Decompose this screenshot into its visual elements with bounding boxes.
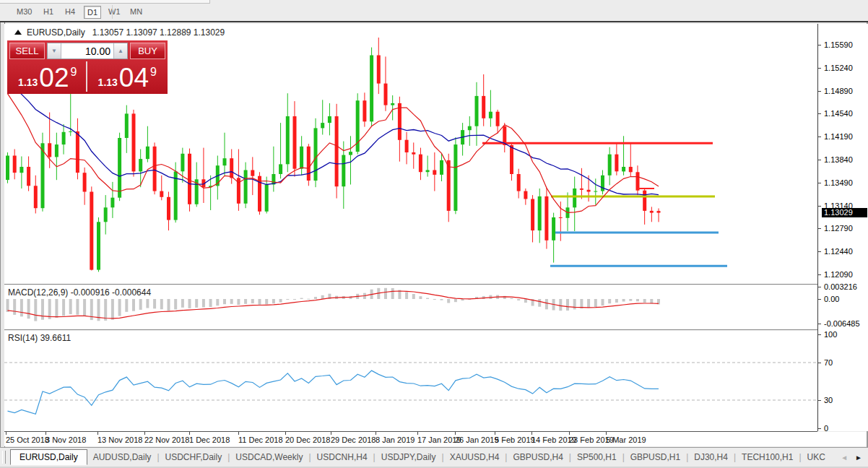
date-tick <box>531 432 532 435</box>
tabs-holder: EURUSD,DailyAUDUSD,Daily|USDCHF,Daily|US… <box>10 449 831 465</box>
chart-tab-usdcad-weekly[interactable]: USDCAD,Weekly <box>230 450 308 464</box>
date-tick <box>189 432 190 435</box>
date-tick-label: 8 Jan 2019 <box>376 436 415 444</box>
sell-price-sup: 9 <box>71 66 77 78</box>
buy-price-display[interactable]: 1.13 04 9 <box>90 61 166 92</box>
date-tick-label: 22 Nov 2018 <box>144 436 189 444</box>
chart-tab-dj30-h4[interactable]: DJ30,H4 <box>688 450 734 464</box>
price-tick-label: 1.13490 <box>824 178 853 187</box>
chart-tab-usdjpy-daily[interactable]: USDJPY,Daily <box>376 450 442 464</box>
rsi-axis-label: 30 <box>824 396 833 404</box>
chart-title: EURUSD,Daily1.13057 1.13097 1.12889 1.13… <box>14 27 225 38</box>
chart-tab-eurusd-daily[interactable]: EURUSD,Daily <box>10 449 87 465</box>
date-tick-label: 13 Nov 2018 <box>97 436 142 444</box>
date-tick <box>97 432 98 435</box>
chart-tab-bar: EURUSD,DailyAUDUSD,Daily|USDCHF,Daily|US… <box>0 447 868 467</box>
date-tick-label: 26 Jan 2019 <box>455 436 499 444</box>
tab-scroll-arrows: ◄ ► <box>841 454 862 462</box>
date-axis[interactable]: 25 Oct 20183 Nov 201813 Nov 201822 Nov 2… <box>4 432 867 446</box>
price-tick-label: 1.12090 <box>824 270 853 279</box>
timeframe-button-d1[interactable]: D1 <box>84 6 101 19</box>
axis-tick <box>818 160 821 160</box>
timeframe-button-m30[interactable]: M30 <box>14 6 35 17</box>
chart-tab-gbpusd-h1[interactable]: GBPUSD,H1 <box>625 450 686 464</box>
date-tick <box>455 432 456 435</box>
date-tick-label: 20 Dec 2018 <box>285 436 330 444</box>
date-tick <box>569 432 570 435</box>
timeframe-button-w1[interactable]: W1 <box>105 6 123 17</box>
rsi-axis-label: 100 <box>824 330 837 339</box>
buy-button[interactable]: BUY <box>130 43 165 59</box>
chart-symbol-label: EURUSD,Daily <box>27 27 85 38</box>
volume-input[interactable] <box>61 43 113 58</box>
volume-spinner: ▼ ▲ <box>47 43 128 59</box>
rsi-label: RSI(14) 39.6611 <box>8 333 71 343</box>
rsi-axis-label: 70 <box>824 358 833 367</box>
macd-indicator-pane[interactable]: MACD(12,26,9) -0.000916 -0.000644 <box>4 285 817 329</box>
date-tick-label: 11 Dec 2018 <box>238 436 283 444</box>
axis-tick <box>818 334 821 335</box>
axis-tick <box>818 287 821 287</box>
chart-window-top-border <box>0 21 868 22</box>
date-tick <box>285 432 286 435</box>
price-tick-label: 1.14190 <box>824 132 853 141</box>
collapse-chart-icon[interactable] <box>14 30 22 35</box>
chart-tab-usdcnh-h4[interactable]: USDCNH,H4 <box>311 450 373 464</box>
chart-tab-usdchf-daily[interactable]: USDCHF,Daily <box>160 450 228 464</box>
axis-tick <box>818 68 821 69</box>
current-price-badge: 1.13029 <box>822 208 867 217</box>
sell-button[interactable]: SELL <box>9 43 45 59</box>
axis-tick <box>818 183 821 183</box>
date-tick <box>238 432 239 435</box>
macd-axis-label: 0.003216 <box>824 282 857 291</box>
macd-axis-label: 0.00 <box>824 295 839 303</box>
chart-tab-gbpusd-h4[interactable]: GBPUSD,H4 <box>507 450 568 464</box>
date-tick <box>606 432 607 435</box>
date-tick <box>144 432 145 435</box>
main-chart-pane[interactable]: EURUSD,Daily1.13057 1.13097 1.12889 1.13… <box>4 24 817 284</box>
axis-tick <box>818 136 821 137</box>
date-tick <box>331 432 331 435</box>
price-tick-label: 1.15240 <box>824 64 853 72</box>
macd-label: MACD(12,26,9) -0.000916 -0.000644 <box>8 287 151 298</box>
chart-tab-tech100-h1[interactable]: TECH100,H1 <box>736 450 799 464</box>
rsi-indicator-pane[interactable]: RSI(14) 39.6611 <box>4 331 817 432</box>
axis-tick <box>818 363 821 363</box>
volume-increase-button[interactable]: ▲ <box>113 43 127 58</box>
date-tick-label: 1 Dec 2018 <box>189 436 230 444</box>
axis-tick <box>818 400 821 401</box>
axis-tick <box>818 251 821 252</box>
timeframe-button-h1[interactable]: H1 <box>40 6 56 17</box>
tab-bar-handle <box>2 451 6 464</box>
date-tick-label: 5 Mar 2019 <box>606 436 646 444</box>
chart-tab-xauusd-h4[interactable]: XAUUSD,H4 <box>444 450 505 464</box>
axis-tick <box>818 324 821 324</box>
macd-axis-label: -0.006485 <box>824 319 860 328</box>
sell-price-display[interactable]: 1.13 02 9 <box>9 61 87 92</box>
date-tick <box>376 432 376 435</box>
axis-tick <box>818 206 821 207</box>
mt4-terminal: M30H1H4D1W1MN EURUSD,Daily1.13057 1.1309… <box>0 0 868 468</box>
timeframe-button-mn[interactable]: MN <box>127 6 145 17</box>
tab-scroll-left-icon[interactable]: ◄ <box>841 454 848 462</box>
chart-tab-audusd-daily[interactable]: AUDUSD,Daily <box>87 450 157 464</box>
axis-tick <box>818 228 821 229</box>
sell-price-prefix: 1.13 <box>18 75 38 90</box>
toolbar-separator <box>112 5 113 19</box>
chart-tab-sp500-h1[interactable]: SP500,H1 <box>571 450 622 464</box>
date-tick <box>6 432 6 435</box>
price-axis[interactable]: 1.13029 1.155901.152401.148901.145401.14… <box>817 24 868 431</box>
timeframe-button-h4[interactable]: H4 <box>62 6 78 17</box>
price-tick-label: 1.12440 <box>824 247 853 256</box>
date-tick <box>495 432 495 435</box>
axis-tick <box>818 299 821 300</box>
price-tick-label: 1.14540 <box>824 109 853 118</box>
volume-decrease-button[interactable]: ▼ <box>48 43 61 58</box>
price-tick-label: 1.15590 <box>824 40 853 49</box>
axis-tick <box>818 45 821 46</box>
price-tick-label: 1.14890 <box>824 87 853 95</box>
price-tick-label: 1.13840 <box>824 155 853 164</box>
chart-tab-ukc[interactable]: UKC <box>802 450 831 464</box>
tab-scroll-right-icon[interactable]: ► <box>855 454 862 462</box>
date-tick-label: 25 Oct 2018 <box>6 436 49 444</box>
